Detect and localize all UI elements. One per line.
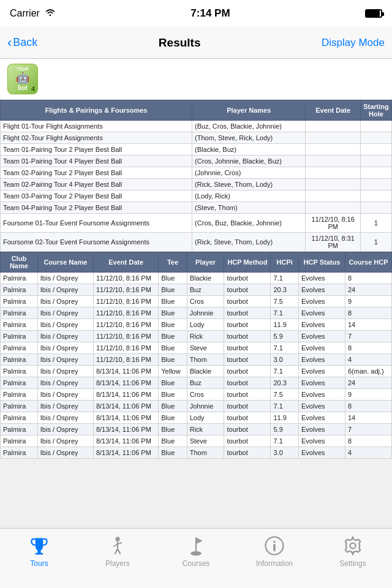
score-hcpi: 7.1 [271, 366, 299, 377]
svg-line-8 [118, 549, 121, 554]
score-chcp: 4 [345, 447, 391, 459]
score-method: tourbot [224, 377, 271, 389]
flights-row: Foursome 01-Tour Event Foursome Assignme… [1, 214, 392, 233]
information-label: Information [256, 559, 293, 568]
score-chcp: 8 [345, 401, 391, 412]
courses-icon [185, 535, 207, 557]
score-player: Lody [187, 412, 224, 424]
score-club: Palmira [1, 412, 38, 424]
flight-hole [360, 132, 391, 144]
score-status: Evolves [299, 307, 345, 319]
back-chevron-icon: ‹ [7, 35, 12, 51]
score-date: 11/12/10, 8:16 PM [93, 296, 158, 307]
svg-line-7 [115, 549, 118, 554]
score-club: Palmira [1, 424, 38, 435]
nav-title: Results [159, 36, 201, 50]
score-player: Rick [187, 331, 224, 342]
score-status: Evolves [299, 377, 345, 389]
flights-row: Team 04-Pairing Tour 2 Player Best Ball … [1, 202, 392, 214]
score-row: Palmira Ibis / Osprey 8/13/14, 11:06 PM … [1, 366, 392, 377]
tab-information[interactable]: Information [235, 535, 314, 568]
score-chcp: 24 [345, 377, 391, 389]
score-chcp: 4 [345, 354, 391, 366]
score-chcp: 8 [345, 342, 391, 354]
score-tee: Blue [159, 284, 187, 296]
main-content: Flights & Pairings & Foursomes Player Na… [0, 100, 392, 529]
status-time: 7:14 PM [190, 7, 230, 20]
score-status: Evolves [299, 354, 345, 366]
score-date: 8/13/14, 11:06 PM [93, 412, 158, 424]
score-course: Ibis / Osprey [37, 389, 93, 401]
score-player: Steve [187, 342, 224, 354]
score-status: Evolves [299, 412, 345, 424]
score-date: 8/13/14, 11:06 PM [93, 389, 158, 401]
score-status: Evolves [299, 389, 345, 401]
score-chcp: 9 [345, 296, 391, 307]
col-tee: Tee [159, 252, 187, 273]
tab-bar: Tours Players Courses Informatio [0, 528, 392, 588]
score-course: Ibis / Osprey [37, 284, 93, 296]
score-player: Thom [187, 354, 224, 366]
tab-settings[interactable]: Settings [314, 535, 392, 568]
tab-tours[interactable]: Tours [0, 535, 78, 568]
score-club: Palmira [1, 354, 38, 366]
score-hcpi: 7.1 [271, 273, 299, 284]
score-date: 11/12/10, 8:16 PM [93, 331, 158, 342]
score-status: Evolves [299, 273, 345, 284]
score-method: tourbot [224, 307, 271, 319]
information-icon [263, 535, 285, 557]
score-method: tourbot [224, 354, 271, 366]
score-row: Palmira Ibis / Osprey 8/13/14, 11:06 PM … [1, 377, 392, 389]
flight-name: Flight 01-Tour Flight Assignments [1, 121, 192, 132]
svg-point-13 [273, 541, 276, 543]
tab-courses[interactable]: Courses [157, 535, 235, 568]
score-status: Evolves [299, 296, 345, 307]
score-date: 8/13/14, 11:06 PM [93, 401, 158, 412]
score-tee: Blue [159, 342, 187, 354]
flights-row: Team 02-Pairing Tour 4 Player Best Ball … [1, 179, 392, 190]
svg-rect-14 [273, 544, 276, 551]
logo-bot-text: bot [18, 85, 28, 91]
score-status: Evolves [299, 366, 345, 377]
display-mode-button[interactable]: Display Mode [322, 37, 385, 49]
score-row: Palmira Ibis / Osprey 11/12/10, 8:16 PM … [1, 319, 392, 331]
score-date: 11/12/10, 8:16 PM [93, 284, 158, 296]
flight-players: (Rick, Steve, Thom, Lody) [192, 179, 306, 190]
flight-name: Foursome 01-Tour Event Foursome Assignme… [1, 214, 192, 233]
logo-top-text: tour [17, 67, 29, 71]
score-player: Johnnie [187, 401, 224, 412]
flights-row: Team 03-Pairing Tour 2 Player Best Ball … [1, 190, 392, 202]
flight-hole: 1 [360, 233, 391, 252]
flights-row: Team 01-Pairing Tour 4 Player Best Ball … [1, 156, 392, 167]
score-tee: Blue [159, 447, 187, 459]
flights-row: Flight 02-Tour Flight Assignments (Thom,… [1, 132, 392, 144]
score-hcpi: 7.1 [271, 342, 299, 354]
score-chcp: 14 [345, 412, 391, 424]
score-club: Palmira [1, 307, 38, 319]
flight-name: Flight 02-Tour Flight Assignments [1, 132, 192, 144]
score-player: Steve [187, 435, 224, 447]
score-status: Evolves [299, 342, 345, 354]
score-status: Evolves [299, 331, 345, 342]
score-hcpi: 5.9 [271, 331, 299, 342]
flight-hole [360, 144, 391, 156]
score-status: Evolves [299, 401, 345, 412]
score-row: Palmira Ibis / Osprey 11/12/10, 8:16 PM … [1, 296, 392, 307]
score-date: 8/13/14, 11:06 PM [93, 424, 158, 435]
back-button[interactable]: ‹ Back [7, 35, 37, 51]
status-left: Carrier [10, 8, 56, 19]
score-status: Evolves [299, 319, 345, 331]
score-chcp: 6(man. adj.) [345, 366, 391, 377]
score-course: Ibis / Osprey [37, 354, 93, 366]
col-date: Event Date [93, 252, 158, 273]
tab-players[interactable]: Players [78, 535, 157, 568]
col-hcpi: HCPi [271, 252, 299, 273]
back-label: Back [13, 36, 37, 49]
flight-date [306, 190, 360, 202]
flight-hole [360, 156, 391, 167]
score-method: tourbot [224, 366, 271, 377]
col-hcp-method: HCP Method [224, 252, 271, 273]
score-course: Ibis / Osprey [37, 273, 93, 284]
flight-date [306, 144, 360, 156]
score-club: Palmira [1, 296, 38, 307]
